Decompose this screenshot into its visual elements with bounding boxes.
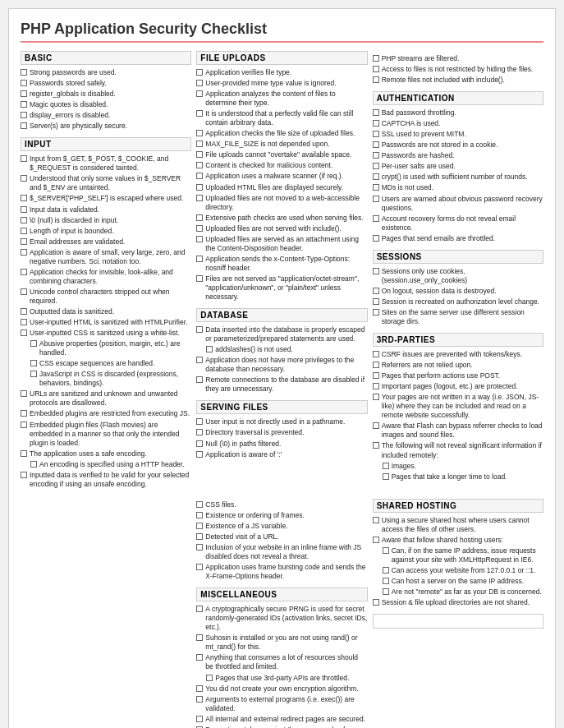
checkbox[interactable] (196, 634, 203, 641)
checkbox[interactable] (196, 512, 203, 518)
checkbox[interactable] (206, 346, 213, 352)
checkbox[interactable] (21, 249, 27, 256)
checkbox[interactable] (21, 308, 27, 315)
checkbox[interactable] (21, 329, 27, 336)
checkbox[interactable] (196, 451, 203, 458)
checkbox[interactable] (21, 269, 27, 275)
checkbox[interactable] (196, 533, 203, 540)
checkbox[interactable] (196, 696, 203, 703)
checkbox[interactable] (30, 371, 37, 377)
checkbox[interactable] (196, 376, 203, 383)
checkbox[interactable] (21, 288, 27, 295)
checkbox[interactable] (373, 537, 379, 543)
checkbox[interactable] (196, 69, 203, 76)
checkbox[interactable] (196, 80, 203, 86)
checkbox[interactable] (206, 675, 213, 681)
checkbox[interactable] (21, 217, 27, 223)
checkbox[interactable] (21, 80, 27, 86)
checkbox[interactable] (373, 362, 379, 368)
checkbox[interactable] (21, 101, 27, 108)
checkbox[interactable] (196, 716, 203, 722)
checkbox[interactable] (373, 298, 379, 305)
checkbox[interactable] (373, 173, 379, 180)
checkbox[interactable] (383, 547, 389, 554)
checkbox[interactable] (21, 175, 27, 182)
checkbox[interactable] (196, 523, 203, 529)
checkbox[interactable] (383, 473, 389, 480)
checkbox[interactable] (21, 155, 27, 162)
checkbox[interactable] (196, 225, 203, 232)
checkbox[interactable] (196, 195, 203, 201)
checkbox[interactable] (196, 564, 203, 570)
checkbox[interactable] (196, 162, 203, 168)
checkbox[interactable] (373, 141, 379, 148)
checkbox[interactable] (21, 390, 27, 397)
checkbox[interactable] (373, 268, 379, 274)
checkbox[interactable] (373, 235, 379, 242)
checkbox[interactable] (373, 131, 379, 137)
checkbox[interactable] (21, 112, 27, 118)
checkbox[interactable] (196, 429, 203, 435)
checkbox[interactable] (21, 228, 27, 234)
checkbox[interactable] (373, 372, 379, 379)
checkbox[interactable] (21, 472, 27, 478)
checkbox[interactable] (196, 357, 203, 363)
checkbox[interactable] (21, 69, 27, 76)
checkbox[interactable] (373, 163, 379, 169)
checkbox[interactable] (196, 418, 203, 425)
checkbox[interactable] (21, 319, 27, 325)
checkbox[interactable] (373, 55, 379, 62)
checkbox[interactable] (196, 151, 203, 158)
checkbox[interactable] (196, 110, 203, 117)
checkbox[interactable] (373, 422, 379, 429)
checkbox[interactable] (373, 215, 379, 222)
checkbox[interactable] (21, 122, 27, 129)
checkbox[interactable] (373, 184, 379, 191)
checkbox[interactable] (30, 360, 37, 366)
checkbox[interactable] (373, 383, 379, 389)
checkbox[interactable] (30, 340, 37, 347)
checkbox[interactable] (21, 90, 27, 97)
checkbox[interactable] (383, 588, 389, 595)
checkbox[interactable] (196, 141, 203, 147)
checkbox[interactable] (196, 606, 203, 612)
checkbox[interactable] (373, 152, 379, 159)
checkbox[interactable] (373, 599, 379, 606)
checkbox[interactable] (21, 410, 27, 417)
checkbox[interactable] (196, 654, 203, 661)
checkbox[interactable] (196, 173, 203, 179)
checkbox[interactable] (383, 463, 389, 469)
checkbox[interactable] (196, 544, 203, 551)
checkbox[interactable] (373, 394, 379, 400)
notes-input[interactable] (373, 614, 543, 629)
checkbox[interactable] (196, 326, 203, 333)
checkbox[interactable] (373, 120, 379, 127)
checkbox[interactable] (373, 442, 379, 449)
checkbox[interactable] (373, 109, 379, 116)
checkbox[interactable] (383, 567, 389, 574)
checkbox[interactable] (196, 90, 203, 97)
checkbox[interactable] (21, 238, 27, 245)
checkbox[interactable] (196, 440, 203, 447)
checkbox[interactable] (373, 196, 379, 202)
checkbox[interactable] (373, 66, 379, 72)
checkbox[interactable] (21, 450, 27, 457)
checkbox[interactable] (21, 422, 27, 428)
checkbox[interactable] (196, 275, 203, 282)
checkbox[interactable] (383, 578, 389, 584)
checkbox[interactable] (373, 517, 379, 523)
checkbox[interactable] (196, 501, 203, 508)
checkbox[interactable] (30, 461, 37, 468)
checkbox[interactable] (196, 236, 203, 242)
checkbox[interactable] (373, 76, 379, 83)
checkbox[interactable] (196, 256, 203, 262)
checkbox[interactable] (196, 130, 203, 136)
checkbox[interactable] (373, 288, 379, 294)
checkbox[interactable] (196, 184, 203, 191)
checkbox[interactable] (21, 206, 27, 213)
checkbox[interactable] (196, 685, 203, 692)
checkbox[interactable] (21, 195, 27, 201)
checkbox[interactable] (373, 309, 379, 316)
checkbox[interactable] (196, 214, 203, 221)
checkbox[interactable] (373, 351, 379, 357)
